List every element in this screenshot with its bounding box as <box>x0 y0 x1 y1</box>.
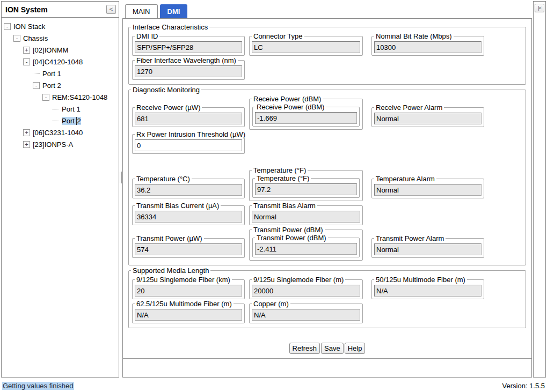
tx-bias-current-field <box>135 211 242 223</box>
tree-item-ion-stack[interactable]: - ION Stack <box>2 20 119 32</box>
mm-fiber-50-group: 50/125u Multimode Fiber (m) <box>371 279 484 299</box>
tree-item-chassis[interactable]: - Chassis <box>2 32 119 44</box>
field-label: Transmit Power (dBM) <box>255 234 328 242</box>
save-button[interactable]: Save <box>321 343 344 354</box>
tree-connector <box>33 73 40 74</box>
rx-intrusion-threshold-group: Rx Power Intrusion Threshold (µW) <box>132 134 245 154</box>
sm-fiber-m-field <box>252 285 360 297</box>
refresh-button[interactable]: Refresh <box>289 343 320 354</box>
main-content: MAIN DMI Interface Characteristics DMI I… <box>122 4 532 378</box>
field-label: DMI ID <box>135 32 159 40</box>
panel-footer-area <box>123 359 531 377</box>
collapse-expander-icon[interactable]: - <box>13 35 20 42</box>
tx-power-dbm-field <box>255 243 357 255</box>
right-collapse-strip: |< <box>533 1 546 378</box>
tx-power-alarm-field <box>374 243 482 255</box>
tree-item-label-selected[interactable]: Port 2 <box>62 117 81 125</box>
tree-item-rem-port1[interactable]: Port 1 <box>2 103 119 115</box>
tx-bias-alarm-group: Transmit Bias Alarm <box>249 205 363 225</box>
status-message: Getting values finished <box>2 382 74 390</box>
tree-item-label[interactable]: REM:S4120-1048 <box>52 93 107 101</box>
rx-intrusion-threshold-input[interactable] <box>135 139 242 151</box>
tab-content-panel: Interface Characteristics DMI ID Connect… <box>122 18 532 378</box>
group-label: Transmit Power (dBM) <box>252 226 325 234</box>
group-label: Temperature (°F) <box>252 166 308 174</box>
field-label: Receive Power (µW) <box>135 103 202 112</box>
tab-bar: MAIN DMI <box>125 4 532 18</box>
tree-item-label[interactable]: [23]IONPS-A <box>33 140 73 149</box>
tx-power-dbm-groupbox: Transmit Power (dBM) Transmit Power (dBM… <box>249 230 363 261</box>
help-button[interactable]: Help <box>345 343 366 354</box>
collapse-expander-icon[interactable]: - <box>23 58 30 65</box>
sidebar-header: ION System < <box>2 2 119 18</box>
version-label: Version: 1.5.5 <box>502 382 545 390</box>
expand-expander-icon[interactable]: + <box>23 141 30 148</box>
receive-power-dbm-field <box>255 112 357 124</box>
section-supported-media-length: Supported Media Length 9/125u Singlemode… <box>128 270 526 328</box>
tree-item-label[interactable]: ION Stack <box>13 23 45 31</box>
field-label: Receive Power (dBM) <box>255 103 326 111</box>
tree-item-port1[interactable]: Port 1 <box>2 68 119 79</box>
field-label: Transmit Bias Alarm <box>252 202 317 210</box>
tree-item-label[interactable]: Port 1 <box>42 70 61 78</box>
temperature-f-field <box>255 183 357 195</box>
dmi-id-group: DMI ID <box>132 36 245 56</box>
connector-type-field <box>252 41 360 53</box>
section-title: Supported Media Length <box>131 267 210 275</box>
field-label: 9/125u Singlemode Fiber (km) <box>135 276 232 284</box>
tree-item-rem-port2-selected[interactable]: Port 2 <box>2 115 119 127</box>
field-label: Temperature Alarm <box>374 175 436 183</box>
chevron-left-icon[interactable]: < <box>106 5 116 14</box>
receive-power-alarm-group: Receive Power Alarm <box>371 107 484 127</box>
tree-item-label[interactable]: Port 1 <box>62 105 81 113</box>
nominal-bit-rate-field <box>374 41 482 53</box>
tree-item-label[interactable]: [04]C4120-1048 <box>33 58 83 66</box>
tree-item-c3231[interactable]: + [06]C3231-1040 <box>2 127 119 138</box>
temperature-c-field <box>135 184 242 196</box>
mm-fiber-625-group: 62.5/125u Multimode Fiber (m) <box>132 304 245 323</box>
tree-connector <box>52 121 59 121</box>
temperature-c-group: Temperature (°C) <box>132 179 245 198</box>
copper-group: Copper (m) <box>249 304 363 323</box>
form-buttons: Refresh Save Help <box>128 343 526 354</box>
tree-item-port2[interactable]: - Port 2 <box>2 79 119 91</box>
sm-fiber-m-group: 9/125u Singlemode Fiber (m) <box>249 279 363 299</box>
collapse-expander-icon[interactable]: - <box>33 82 40 89</box>
tree-item-label[interactable]: Chassis <box>23 34 48 42</box>
tab-main[interactable]: MAIN <box>125 4 158 18</box>
expand-expander-icon[interactable]: + <box>23 129 30 136</box>
collapse-expander-icon[interactable]: - <box>4 23 11 30</box>
expand-expander-icon[interactable]: + <box>23 47 30 54</box>
field-label: Receive Power Alarm <box>374 103 444 112</box>
mm-fiber-50-field <box>374 285 482 297</box>
group-label: Receive Power (dBM) <box>252 95 323 103</box>
app-title: ION System <box>5 5 48 14</box>
tx-power-uw-group: Transmit Power (µW) <box>132 238 245 258</box>
tree-item-label[interactable]: [02]IONMM <box>33 46 68 54</box>
tree-item-ionps[interactable]: + [23]IONPS-A <box>2 138 119 150</box>
receive-power-alarm-field <box>374 113 482 124</box>
tree-item-ionmm[interactable]: + [02]IONMM <box>2 44 119 56</box>
field-label: Temperature (°C) <box>135 175 192 183</box>
field-label: Copper (m) <box>252 300 290 308</box>
receive-power-uw-group: Receive Power (µW) <box>132 107 245 127</box>
collapse-expander-icon[interactable]: - <box>42 94 49 101</box>
mm-fiber-625-field <box>135 309 242 321</box>
tree-item-label[interactable]: [06]C3231-1040 <box>33 129 83 137</box>
tree-item-c4120[interactable]: - [04]C4120-1048 <box>2 56 119 68</box>
field-label: Fiber Interface Wavelength (nm) <box>135 56 238 64</box>
receive-power-dbm-groupbox: Receive Power (dBM) Receive Power (dBM) <box>249 99 363 130</box>
field-label: Nominal Bit Rate (Mbps) <box>374 32 454 40</box>
field-label: 9/125u Singlemode Fiber (m) <box>252 276 345 284</box>
tree-item-rem-s4120[interactable]: - REM:S4120-1048 <box>2 91 119 103</box>
copper-field <box>252 309 360 321</box>
collapse-panel-icon[interactable]: |< <box>535 4 544 12</box>
nominal-bit-rate-group: Nominal Bit Rate (Mbps) <box>371 36 484 56</box>
temperature-f-group: Temperature (°F) <box>252 178 360 198</box>
field-label: 62.5/125u Multimode Fiber (m) <box>135 300 234 308</box>
tree-item-label[interactable]: Port 2 <box>42 82 61 90</box>
temperature-alarm-group: Temperature Alarm <box>371 179 484 198</box>
fiber-wavelength-group: Fiber Interface Wavelength (nm) <box>132 60 245 80</box>
field-label: 50/125u Multimode Fiber (m) <box>374 276 467 284</box>
tab-dmi[interactable]: DMI <box>160 4 188 18</box>
